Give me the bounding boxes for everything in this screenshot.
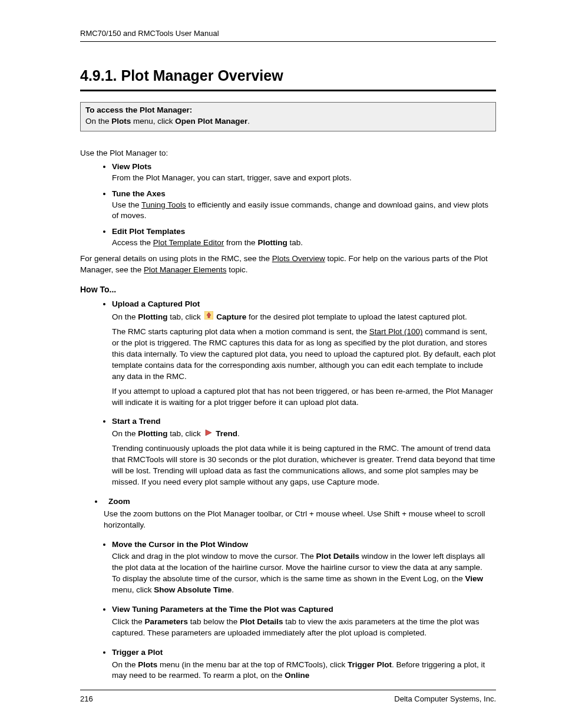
item-title: Start a Trend [112, 416, 496, 427]
footer-rule [80, 690, 496, 690]
text-bold: Plot Details [316, 552, 359, 561]
item-title: View Plots [112, 162, 151, 171]
text-bold: View [465, 574, 484, 583]
para: If you attempt to upload a captured plot… [112, 386, 496, 409]
item-title: Move the Cursor in the Plot Window [112, 539, 496, 551]
text: from the [224, 238, 257, 247]
list-item: Start a Trend On the Plotting tab, click… [112, 416, 496, 487]
list-item: Tune the Axes Use the Tuning Tools to ef… [112, 189, 496, 222]
text-bold: Capture [216, 312, 246, 321]
top-list: View Plots From the Plot Manager, you ca… [80, 162, 496, 249]
access-line2-b: Plots [111, 117, 131, 126]
header-text: RMC70/150 and RMCTools User Manual [80, 28, 496, 39]
item-body: From the Plot Manager, you can start, tr… [112, 173, 496, 184]
text: For general details on using plots in th… [80, 254, 272, 263]
text: . [237, 429, 240, 438]
company-name: Delta Computer Systems, Inc. [394, 694, 496, 704]
access-line2-c: menu, click [131, 117, 175, 126]
list-item: Edit Plot Templates Access the Plot Temp… [112, 226, 496, 249]
tuning-tools-link[interactable]: Tuning Tools [141, 200, 186, 209]
text: Click and drag in the plot window to mov… [112, 552, 316, 561]
page: RMC70/150 and RMCTools User Manual 4.9.1… [0, 0, 562, 728]
text: Use the zoom buttons on the Plot Manager… [104, 509, 496, 531]
text-bold: Plots [138, 660, 157, 669]
access-line2-d: Open Plot Manager [175, 117, 247, 126]
text: for the desired plot template to upload … [246, 312, 467, 321]
capture-upload-icon [204, 311, 213, 323]
text: tab. [287, 238, 303, 247]
plots-overview-link[interactable]: Plots Overview [272, 254, 325, 263]
general-para: For general details on using plots in th… [80, 253, 496, 276]
para: Trending continuously uploads the plot d… [112, 443, 496, 488]
text: tab, click [168, 429, 203, 438]
text: On the [112, 312, 138, 321]
text-bold: Plotting [257, 238, 287, 247]
text: tab below the [188, 617, 240, 626]
text: menu, click [112, 585, 154, 594]
list-item: View Plots From the Plot Manager, you ca… [112, 162, 496, 184]
text-bold: Trigger Plot [348, 660, 392, 669]
access-line2-e: . [247, 117, 250, 126]
text: To display the absolute time of the curs… [112, 574, 465, 583]
list-item: Upload a Captured Plot On the Plotting t… [112, 299, 496, 408]
text-bold: Trend [216, 429, 237, 438]
item-title: View Tuning Parameters at the Time the P… [112, 604, 496, 615]
footer: 216 Delta Computer Systems, Inc. [80, 690, 496, 704]
list-item: Trigger a Plot On the Plots menu (in the… [112, 647, 496, 682]
page-number: 216 [80, 694, 93, 704]
para: The RMC starts capturing plot data when … [112, 327, 496, 382]
item-title: Edit Plot Templates [112, 227, 185, 236]
text-bold: Online [285, 671, 309, 680]
text: Click the [112, 617, 145, 626]
plot-manager-elements-link[interactable]: Plot Manager Elements [144, 265, 226, 274]
text: menu (in the menu bar at the top of RMCT… [157, 660, 348, 669]
text: tab, click [168, 312, 203, 321]
text: On the [112, 660, 138, 669]
access-line2-a: On the [85, 117, 111, 126]
text: On the [112, 429, 138, 438]
intro-text: Use the Plot Manager to: [80, 148, 496, 159]
list-item: View Tuning Parameters at the Time the P… [112, 604, 496, 639]
trend-play-icon [204, 429, 213, 440]
item-title: Zoom [108, 496, 496, 508]
howto-list: Upload a Captured Plot On the Plotting t… [80, 299, 496, 681]
text-bold: Plot Details [240, 617, 283, 626]
item-title: Trigger a Plot [112, 647, 496, 658]
text-bold: Parameters [145, 617, 189, 626]
text-bold: Plotting [138, 429, 167, 438]
access-box: To access the Plot Manager: On the Plots… [80, 102, 496, 131]
header-rule [80, 41, 496, 42]
text-bold: Plotting [138, 312, 167, 321]
text: . [232, 585, 234, 594]
text-bold: Show Absolute Time [154, 585, 232, 594]
plot-template-editor-link[interactable]: Plot Template Editor [153, 238, 224, 247]
text: Use the [112, 200, 141, 209]
item-title: Tune the Axes [112, 189, 166, 198]
text: The RMC starts capturing plot data when … [112, 327, 369, 336]
title-underline [80, 90, 496, 91]
text: Access the [112, 238, 153, 247]
list-item: Zoom Use the zoom buttons on the Plot Ma… [104, 496, 496, 531]
page-title: 4.9.1. Plot Manager Overview [80, 65, 496, 86]
list-item: Move the Cursor in the Plot Window Click… [112, 539, 496, 596]
text: topic. [226, 265, 247, 274]
start-plot-100-link[interactable]: Start Plot (100) [369, 327, 423, 336]
howto-heading: How To... [80, 284, 496, 296]
access-line1: To access the Plot Manager: [85, 106, 192, 114]
item-title: Upload a Captured Plot [112, 299, 496, 310]
